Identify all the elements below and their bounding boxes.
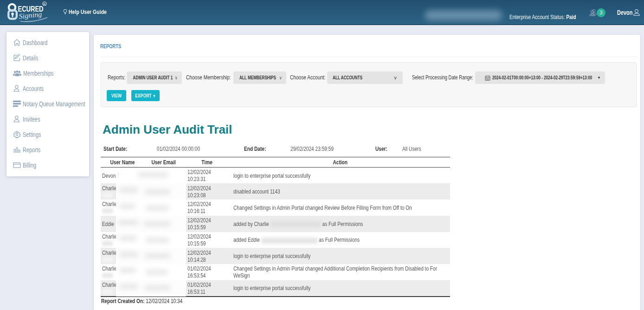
svg-text:R: R	[44, 3, 46, 6]
